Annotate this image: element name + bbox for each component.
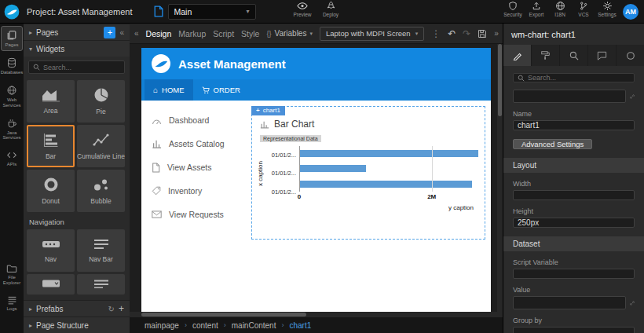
chart-legend: Representational Data [260,135,321,142]
activity-bar: Pages Databases Web Services Java Servic… [0,24,24,333]
canvas-menu-view-requests[interactable]: View Requests [141,203,250,226]
chart-bar [300,181,472,188]
scrollbar-thumb[interactable] [498,44,502,116]
widget-selection-tag[interactable]: + chart1 [251,106,285,115]
add-page-button[interactable]: + [104,27,115,38]
widget-tile-cumulative-line[interactable]: Cumulative Line [77,125,125,167]
tab-markup[interactable]: Markup [178,29,206,38]
canvas-menu-view-assets[interactable]: View Assets [141,156,250,179]
breadcrumb-item-maincontent[interactable]: mainContent [232,321,276,330]
canvas-nav-order[interactable]: ORDER [193,79,249,101]
sidebar-item-logs[interactable]: Logs [1,291,23,315]
sidebar-item-file-explorer[interactable]: File Explorer [1,260,23,289]
page-selector[interactable]: Main ▾ [168,4,256,20]
group-by-input[interactable] [513,327,635,333]
canvas-vertical-scrollbar[interactable] [497,44,503,317]
scrollbar-thumb[interactable] [141,313,306,317]
widget-tile-bar[interactable]: Bar [27,125,75,167]
device-selector[interactable]: Laptop with MDPI Screen ▾ [320,27,424,41]
tab-script[interactable]: Script [213,29,234,38]
tab-search-props[interactable] [560,45,588,66]
redo-icon[interactable]: ↷ [463,28,470,39]
widget-tile-bubble[interactable]: Bubble [77,170,125,212]
settings-button[interactable]: Settings [595,1,619,17]
canvas-nav-home[interactable]: ⌂ HOME [145,79,193,101]
collapse-left-panel-icon[interactable]: « [119,28,124,37]
circle-icon [626,51,635,60]
widget-tile-pie[interactable]: Pie [77,80,125,123]
tab-state[interactable] [617,45,644,66]
save-icon[interactable] [478,29,487,38]
preview-button[interactable]: Preview [291,1,314,17]
widget-tile-donut[interactable]: Donut [27,170,75,212]
layout-section-header[interactable]: Layout [503,158,644,173]
widget-tile-nav-bar[interactable]: Nav Bar [77,229,125,272]
canvas-horizontal-scrollbar[interactable] [130,312,497,317]
sidebar-item-web-services[interactable]: Web Services [1,81,23,112]
folder-icon [6,264,17,273]
width-input[interactable] [513,190,635,200]
widget-search-input[interactable] [43,64,120,71]
overflow-menu-icon[interactable]: ⋮ [431,28,441,39]
canvas-app-header[interactable]: Asset Management [141,48,491,79]
canvas-menu-assets-catalog[interactable]: Assets Catalog [141,132,250,156]
link-icon[interactable] [630,298,635,308]
sidebar-item-java-services[interactable]: Java Services [1,114,23,145]
widget-search[interactable] [28,60,125,74]
tab-properties[interactable] [503,45,532,66]
sidebar-item-pages[interactable]: Pages [1,26,23,51]
bind-field-input[interactable] [513,90,626,103]
design-canvas[interactable]: Asset Management ⌂ HOME ORDER [141,48,491,313]
page-structure-section-header[interactable]: ▸ Page Structure [24,317,130,333]
collapse-editor-left-icon[interactable]: « [134,29,139,38]
canvas-menu-inventory[interactable]: Inventory [141,179,250,203]
dataset-section-header[interactable]: Dataset [503,236,644,251]
height-input[interactable] [513,218,635,228]
sidebar-item-databases[interactable]: Databases [1,53,23,79]
security-button[interactable]: Security [501,1,525,17]
widget-tile-partial-1[interactable] [27,274,75,295]
advanced-settings-button[interactable]: Advanced Settings [513,139,592,149]
variables-menu[interactable]: {} Variables ▾ [266,29,312,38]
vcs-button[interactable]: VCS [572,1,595,17]
envelope-icon [152,210,162,218]
canvas-menu-dashboard[interactable]: Dashboard [141,108,250,132]
property-search-input[interactable] [528,74,630,82]
prefabs-section-header[interactable]: ▸ Prefabs ↻ + [24,300,130,317]
breadcrumb-item-content[interactable]: content [192,321,218,330]
deploy-button[interactable]: Deploy [319,1,342,17]
export-button[interactable]: Export [525,1,548,17]
refresh-prefabs-icon[interactable]: ↻ [108,305,115,313]
name-input[interactable] [513,120,635,130]
tab-styles[interactable] [532,45,560,66]
expand-right-panel-icon[interactable]: » [494,29,499,38]
chart-bar [300,165,366,172]
undo-icon[interactable]: ↶ [448,28,456,39]
search-icon [33,64,40,71]
avatar[interactable]: AM [623,4,639,20]
value-input[interactable] [513,296,626,309]
pages-section-header[interactable]: ▸ Pages + « [24,24,130,40]
tab-style[interactable]: Style [241,29,259,38]
selected-chart-widget[interactable]: + chart1 Bar Chart Representational Data… [251,106,485,240]
add-prefab-icon[interactable]: + [119,303,124,314]
tab-comments[interactable] [588,45,617,66]
tab-design[interactable]: Design [146,29,172,38]
breadcrumb-item-mainpage[interactable]: mainpage [145,321,179,330]
property-search[interactable] [513,73,635,82]
wavemaker-logo[interactable] [0,4,24,20]
home-icon: ⌂ [153,86,158,94]
widget-tile-partial-2[interactable] [77,274,125,295]
sidebar-item-apis[interactable]: APIs [1,146,23,170]
widgets-section-header[interactable]: ▾ Widgets [24,40,130,57]
page-type-icon [153,5,163,17]
chevron-down-icon: ▾ [415,31,419,37]
link-icon[interactable] [630,92,635,101]
widget-tile-nav[interactable]: Nav [27,229,75,272]
i18n-button[interactable]: I18N [548,1,572,17]
nav-bar-icon [93,238,110,251]
move-handle-icon: + [256,107,260,114]
widget-tile-area[interactable]: Area [27,80,75,123]
breadcrumb-item-chart1[interactable]: chart1 [289,321,311,330]
script-variable-input[interactable] [513,269,635,279]
